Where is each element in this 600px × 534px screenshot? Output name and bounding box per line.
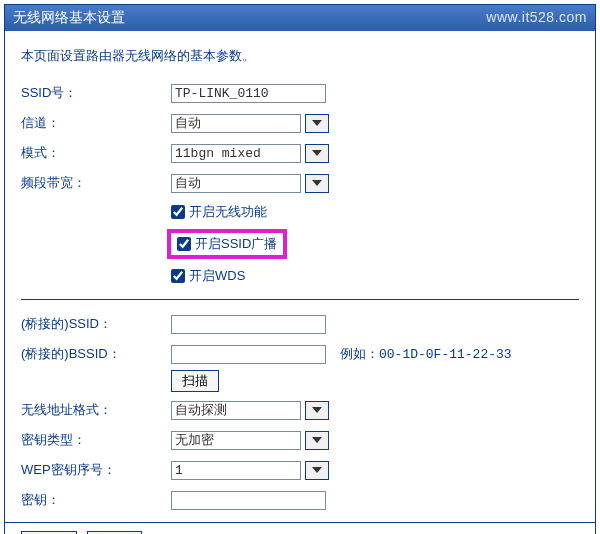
enc-type-dropdown-button[interactable] (305, 431, 329, 450)
enable-wireless-checkbox[interactable] (171, 205, 185, 219)
enable-wireless-row: 开启无线功能 (171, 199, 579, 225)
title-text: 无线网络基本设置 (13, 9, 125, 25)
settings-panel: 无线网络基本设置 www.it528.com 本页面设置路由器无线网络的基本参数… (4, 4, 596, 534)
divider (21, 299, 579, 300)
footer-buttons: 保 存 帮 助 (5, 522, 595, 534)
bssid-example: 例如：00-1D-0F-11-22-33 (340, 345, 512, 363)
bridged-bssid-input[interactable] (171, 345, 326, 364)
addr-format-select[interactable]: 自动探测 (171, 401, 329, 420)
enable-wds-row: 开启WDS (171, 263, 579, 289)
content-area: 本页面设置路由器无线网络的基本参数。 SSID号： 信道： 自动 模式： 11b… (5, 31, 595, 522)
ssid-label: SSID号： (21, 84, 171, 102)
wep-index-label: WEP密钥序号： (21, 461, 171, 479)
mode-dropdown-button[interactable] (305, 144, 329, 163)
enable-ssid-broadcast-highlight: 开启SSID广播 (167, 229, 287, 259)
wep-index-dropdown-button[interactable] (305, 461, 329, 480)
wep-index-value: 1 (171, 461, 301, 480)
scan-button[interactable]: 扫描 (171, 370, 219, 392)
chevron-down-icon (312, 437, 322, 443)
enable-wireless-label: 开启无线功能 (189, 203, 267, 221)
key-label: 密钥： (21, 491, 171, 509)
wep-index-select[interactable]: 1 (171, 461, 329, 480)
chevron-down-icon (312, 180, 322, 186)
mode-label: 模式： (21, 144, 171, 162)
addr-format-label: 无线地址格式： (21, 401, 171, 419)
ssid-input[interactable] (171, 84, 326, 103)
addr-format-value: 自动探测 (171, 401, 301, 420)
bandwidth-value: 自动 (171, 174, 301, 193)
mode-select[interactable]: 11bgn mixed (171, 144, 329, 163)
enc-type-select[interactable]: 无加密 (171, 431, 329, 450)
bandwidth-select[interactable]: 自动 (171, 174, 329, 193)
channel-label: 信道： (21, 114, 171, 132)
bandwidth-label: 频段带宽： (21, 174, 171, 192)
bandwidth-dropdown-button[interactable] (305, 174, 329, 193)
chevron-down-icon (312, 467, 322, 473)
enc-type-value: 无加密 (171, 431, 301, 450)
title-bar: 无线网络基本设置 www.it528.com (5, 5, 595, 31)
chevron-down-icon (312, 150, 322, 156)
addr-format-dropdown-button[interactable] (305, 401, 329, 420)
channel-select[interactable]: 自动 (171, 114, 329, 133)
watermark: www.it528.com (486, 9, 587, 25)
enable-ssid-broadcast-checkbox[interactable] (177, 237, 191, 251)
channel-value: 自动 (171, 114, 301, 133)
intro-text: 本页面设置路由器无线网络的基本参数。 (21, 47, 579, 65)
bridged-bssid-label: (桥接的)BSSID： (21, 345, 171, 363)
enc-type-label: 密钥类型： (21, 431, 171, 449)
chevron-down-icon (312, 120, 322, 126)
chevron-down-icon (312, 407, 322, 413)
enable-ssid-broadcast-label: 开启SSID广播 (195, 235, 277, 253)
key-input[interactable] (171, 491, 326, 510)
enable-wds-checkbox[interactable] (171, 269, 185, 283)
channel-dropdown-button[interactable] (305, 114, 329, 133)
enable-wds-label: 开启WDS (189, 267, 245, 285)
bridged-ssid-input[interactable] (171, 315, 326, 334)
mode-value: 11bgn mixed (171, 144, 301, 163)
bridged-ssid-label: (桥接的)SSID： (21, 315, 171, 333)
